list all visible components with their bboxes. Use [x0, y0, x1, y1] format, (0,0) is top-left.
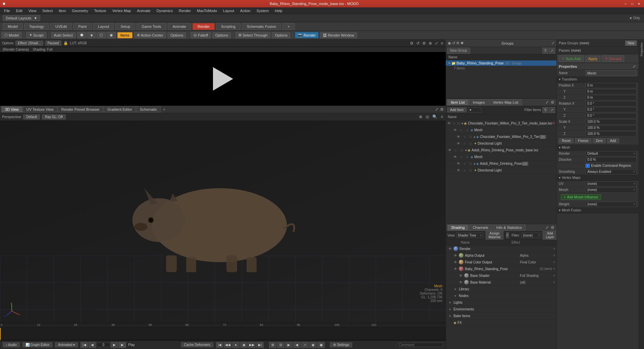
viewport-tab-render-preset[interactable]: Render Preset Browser: [58, 106, 103, 112]
select-mode-4[interactable]: ◉: [107, 32, 116, 38]
shading-f-button[interactable]: F: [506, 232, 509, 238]
effect-dropdown-4[interactable]: ▾: [553, 267, 555, 270]
effect-dropdown-6[interactable]: ▾: [553, 281, 555, 284]
shader-row-fx[interactable]: ◉ FX: [446, 319, 556, 326]
mesh-section-header[interactable]: ▾ Mesh: [557, 145, 639, 151]
transform-section-header[interactable]: ▾ Transform: [557, 77, 639, 83]
vis-btn-8c[interactable]: □: [468, 168, 473, 173]
filter-shading-dropdown[interactable]: (none) ▾: [521, 233, 541, 238]
props-expand-icon[interactable]: ⤢: [632, 63, 637, 69]
tree-row-mesh-2[interactable]: 👁 ○ □ ◈ Mesh: [446, 154, 556, 160]
prev-key-button[interactable]: |◀: [80, 342, 88, 348]
vis-btn-2[interactable]: 👁: [452, 128, 458, 133]
ray-gl-button[interactable]: Ray GL: Off: [42, 114, 66, 119]
filter-s-button[interactable]: S: [542, 107, 548, 113]
groups-icon-2[interactable]: ↺: [452, 41, 455, 45]
vis-btn-1c[interactable]: □: [457, 121, 461, 126]
filter-expand-button[interactable]: ⤢: [549, 107, 555, 113]
xform-1[interactable]: ⊞: [269, 342, 276, 348]
vis-btn-7c[interactable]: □: [468, 161, 473, 166]
viewport-menu-icon[interactable]: ≡: [440, 114, 444, 120]
cache-deformers-button[interactable]: Cache Deformers: [181, 342, 213, 347]
viewport-settings-icon[interactable]: ⚙: [439, 106, 444, 112]
vis-btn-4b[interactable]: ○: [462, 141, 467, 146]
shader-vis-12[interactable]: [447, 320, 453, 325]
select-mode-1[interactable]: ⬟: [77, 32, 87, 38]
vis-btn-4c[interactable]: □: [468, 141, 473, 146]
vis-btn-8[interactable]: 👁: [456, 168, 461, 173]
shader-row-bake-items[interactable]: ▸ Bake Items: [446, 313, 556, 319]
menu-item[interactable]: Item: [56, 8, 68, 13]
shader-vis-4[interactable]: 👁: [453, 266, 458, 271]
gear-icon[interactable]: ⚙: [409, 40, 414, 46]
vis-btn-7b[interactable]: ○: [462, 161, 467, 166]
tab-animate[interactable]: Animate: [168, 23, 191, 30]
item-list-expand-icon[interactable]: ⤢: [545, 99, 549, 105]
xform-2[interactable]: ⊟: [277, 342, 284, 348]
xform-7[interactable]: ▣: [317, 342, 325, 348]
menu-icon[interactable]: ≡: [440, 40, 444, 46]
menu-texture[interactable]: Texture: [92, 8, 109, 13]
viewport-look-icon[interactable]: ◎: [425, 114, 430, 120]
render-settings-icon[interactable]: ⚙: [422, 40, 427, 46]
menu-help[interactable]: Help: [272, 8, 285, 13]
add-item-button[interactable]: Add Item: [447, 107, 467, 112]
shading-tab[interactable]: Shading: [447, 225, 468, 231]
select-mode-3[interactable]: ⬡: [97, 32, 106, 38]
audio-button[interactable]: ♪ Audio: [3, 342, 20, 347]
pass-groups-new-button[interactable]: New: [625, 41, 637, 46]
action-center-button[interactable]: ⊕ Action Center: [134, 32, 166, 38]
viewport-tab-gradient-editor[interactable]: Gradient Editor: [104, 106, 136, 112]
viewport-tab-add[interactable]: +: [161, 107, 167, 112]
morph-dropdown[interactable]: (none) ▾: [586, 187, 637, 193]
menu-vertex-map[interactable]: Vertex Map: [110, 8, 134, 13]
tab-layout[interactable]: Layout: [93, 23, 114, 30]
current-frame-input[interactable]: [97, 343, 110, 347]
uv-dropdown[interactable]: (none) ▾: [586, 181, 637, 187]
vis-btn-6b[interactable]: ○: [459, 154, 464, 160]
shader-vis-2[interactable]: 👁: [453, 253, 458, 258]
shader-vis-7[interactable]: ▸: [453, 286, 458, 292]
expand-icon[interactable]: ⤢: [434, 40, 439, 46]
tab-model[interactable]: Model: [3, 23, 23, 30]
groups-tb-expand[interactable]: ⤢: [549, 48, 555, 54]
transport-5[interactable]: ▶▶: [248, 342, 256, 348]
menu-file[interactable]: File: [1, 8, 13, 13]
select-through-button[interactable]: ⊞ Select Through: [235, 32, 270, 38]
shader-row-alpha[interactable]: 👁 Alpha Output Alpha ▾: [446, 252, 556, 259]
tree-row-dir-light-2[interactable]: 👁 ○ □ ✦ Directional Light: [446, 167, 556, 174]
new-group-button[interactable]: New Group: [447, 48, 470, 54]
tree-row-adult-root[interactable]: 👁 ○ □ ▾ ◉ Adult_Rhino_Drinking_Pose_modo…: [446, 147, 556, 154]
mesh-render-dropdown[interactable]: Default ▾: [586, 151, 637, 156]
zoom-icon[interactable]: ⊕: [428, 40, 433, 46]
menu-layout[interactable]: Layout: [220, 8, 237, 13]
transport-1[interactable]: |◀: [216, 342, 223, 348]
vis-btn-4[interactable]: 👁: [456, 141, 461, 146]
add-transform-button[interactable]: Add: [607, 138, 619, 143]
minimize-button[interactable]: ─: [623, 1, 628, 6]
select-mode-2[interactable]: ◈: [87, 32, 96, 38]
vertex-map-list-tab[interactable]: Vertex Map List: [489, 99, 522, 105]
tree-row-mesh-1[interactable]: 👁 ○ □ ◈ Mesh: [446, 127, 556, 134]
settings-button[interactable]: ⚙ Settings: [330, 342, 352, 347]
render-window-button[interactable]: 🖼 Render Window: [320, 32, 357, 38]
enable-cmd-checkbox[interactable]: ✓: [586, 164, 590, 168]
zero-button[interactable]: Zero: [593, 138, 606, 143]
menu-edit[interactable]: Edit: [13, 8, 25, 13]
shader-row-render[interactable]: 👁 Render ▾: [446, 246, 556, 252]
position-z-input[interactable]: [586, 95, 637, 100]
effect-dropdown-3[interactable]: ▾: [553, 260, 555, 264]
shader-row-final-color[interactable]: 👁 Final Color Output Final Color ▾: [446, 259, 556, 266]
next-frame-button[interactable]: ▶: [111, 342, 118, 348]
right-tab-properties[interactable]: Properties: [639, 41, 644, 58]
options-3-button[interactable]: Options: [272, 32, 290, 38]
item-list-tab[interactable]: Item List: [447, 99, 469, 105]
prev-frame-button[interactable]: ◀: [89, 342, 96, 348]
vis-btn-8b[interactable]: ○: [462, 168, 467, 173]
paused-button[interactable]: Paused: [45, 41, 61, 46]
shader-vis-1[interactable]: 👁: [447, 246, 453, 251]
item-list-settings-icon[interactable]: ⚙: [550, 99, 555, 105]
menu-animate[interactable]: Animate: [134, 8, 153, 13]
reset-button[interactable]: Reset: [559, 138, 574, 143]
rotation-x-input[interactable]: [586, 101, 637, 106]
